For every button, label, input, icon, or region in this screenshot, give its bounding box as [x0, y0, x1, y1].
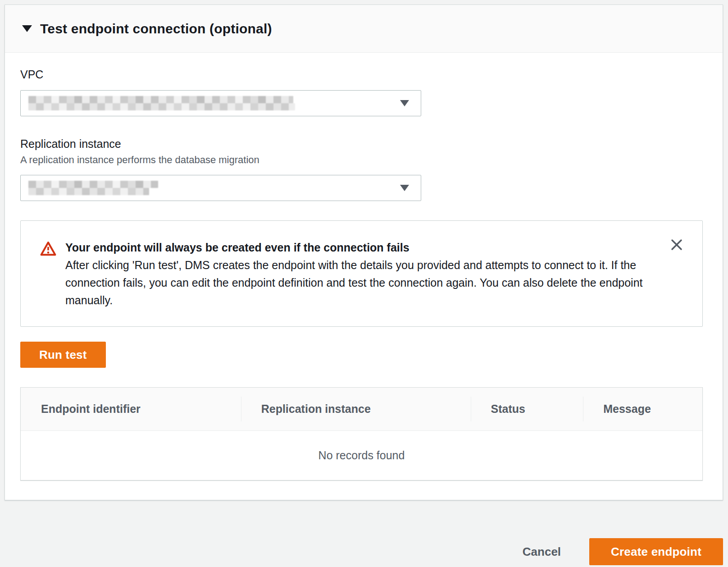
run-test-button[interactable]: Run test — [20, 342, 106, 368]
test-results-table: Endpoint identifier Replication instance… — [20, 387, 703, 480]
column-header-status: Status — [471, 388, 583, 430]
warning-triangle-icon — [40, 241, 57, 258]
vpc-select-value-redacted — [28, 96, 421, 110]
table-header-row: Endpoint identifier Replication instance… — [21, 388, 702, 431]
triangle-down-icon — [22, 25, 32, 32]
replication-instance-field: Replication instance A replication insta… — [20, 137, 703, 201]
chevron-down-icon — [400, 185, 409, 191]
replication-instance-label: Replication instance — [20, 137, 703, 151]
cancel-button[interactable]: Cancel — [523, 545, 561, 559]
warning-alert-content: Your endpoint will always be created eve… — [65, 239, 651, 309]
column-header-endpoint-identifier: Endpoint identifier — [21, 388, 241, 430]
replication-instance-select[interactable] — [20, 175, 421, 201]
table-empty-state: No records found — [21, 431, 702, 480]
panel-header-toggle[interactable]: Test endpoint connection (optional) — [5, 5, 723, 53]
panel-title: Test endpoint connection (optional) — [40, 21, 272, 37]
warning-alert-body: After clicking 'Run test', DMS creates t… — [65, 256, 651, 309]
create-endpoint-button[interactable]: Create endpoint — [589, 538, 723, 565]
column-header-message: Message — [583, 388, 702, 430]
replication-instance-description: A replication instance performs the data… — [20, 154, 703, 166]
panel-body: VPC Replication instance A replication i… — [5, 53, 723, 500]
warning-alert-title: Your endpoint will always be created eve… — [65, 239, 651, 256]
vpc-select[interactable] — [20, 90, 421, 116]
vpc-field: VPC — [20, 68, 703, 116]
close-icon[interactable] — [669, 237, 684, 252]
test-endpoint-connection-panel: Test endpoint connection (optional) VPC … — [5, 5, 723, 500]
chevron-down-icon — [400, 100, 409, 106]
replication-instance-value-redacted — [28, 181, 421, 195]
warning-alert: Your endpoint will always be created eve… — [20, 220, 703, 327]
form-actions-footer: Cancel Create endpoint — [0, 538, 723, 565]
vpc-label: VPC — [20, 68, 703, 81]
column-header-replication-instance: Replication instance — [241, 388, 471, 430]
